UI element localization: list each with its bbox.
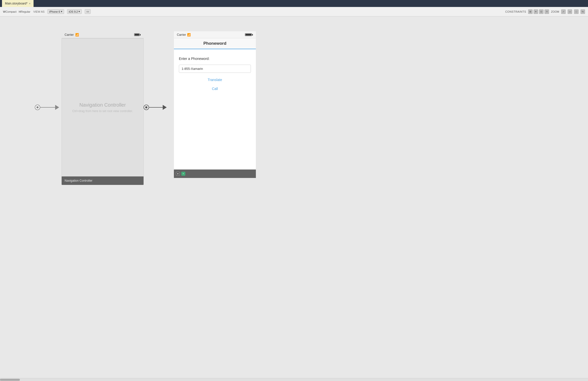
phoneword-text-field[interactable]: 1-855-Xamarin <box>179 65 251 73</box>
view-as-label: VIEW AS <box>33 10 44 13</box>
phoneword-view-controller[interactable]: Carrier 📶 Phoneword Enter a Phoneword: 1… <box>174 31 256 178</box>
close-tab-icon[interactable]: × <box>29 2 31 5</box>
segue-circle[interactable] <box>144 105 149 110</box>
nav-controller-title: Navigation Controller <box>79 102 126 108</box>
chevron-down-icon: ▾ <box>78 10 80 13</box>
toolbar: WCompact HRegular VIEW AS iPhone 6 ▾ iOS… <box>0 7 588 16</box>
segue-circle-inner <box>145 106 147 108</box>
battery-icon <box>134 33 141 36</box>
arrow-head <box>55 105 59 110</box>
remove-constraints-icon[interactable]: ✕ <box>534 9 538 14</box>
nav-controller-footer-label: Navigation Controller <box>65 179 92 182</box>
entry-arrow-left <box>35 105 59 110</box>
nav-controller-hint: Ctrl+drag from here to set root view con… <box>72 109 133 113</box>
nav-controller-footer: Navigation Controller <box>62 176 144 185</box>
ios-version-selector[interactable]: iOS 9.2 ▾ <box>67 9 82 14</box>
regular-label: Regular <box>21 10 31 13</box>
zoom-out-icon[interactable]: ▭ <box>568 9 572 14</box>
entry-point-inner <box>37 106 39 108</box>
horizontal-scrollbar[interactable] <box>0 378 588 381</box>
resolve-constraints-icon[interactable]: ⊓ <box>545 9 549 14</box>
scrollbar-thumb[interactable] <box>0 379 20 381</box>
navigation-controller-scene[interactable]: Carrier 📶 Navigation Controller Ctrl+dra… <box>62 31 144 178</box>
segue-arrow-head <box>163 105 167 110</box>
phoneword-nav-title: Phoneword <box>203 41 227 46</box>
toolbar-right: CONSTRAINTS ⊞ ✕ ⊡ ⊓ ZOOM ⤢ ▭ □ % <box>505 9 585 14</box>
phoneword-battery-icon <box>245 33 253 36</box>
storyboard-canvas: Carrier 📶 Navigation Controller Ctrl+dra… <box>0 16 588 381</box>
update-frames-icon[interactable]: ⊡ <box>539 9 544 14</box>
call-button[interactable]: Call <box>179 87 251 91</box>
tab-label: Main.storyboard* <box>5 2 28 5</box>
nav-status-bar: Carrier 📶 <box>62 31 144 38</box>
status-right <box>245 33 253 36</box>
wifi-icon: 📶 <box>75 33 79 37</box>
zoom-label: ZOOM <box>551 10 559 13</box>
phoneword-carrier: Carrier <box>177 33 186 37</box>
add-scene-icon[interactable]: + <box>181 172 185 176</box>
zoom-fit-icon[interactable]: ⤢ <box>561 9 566 14</box>
phoneword-footer: ■ + <box>174 169 256 178</box>
phoneword-nav-bar: Phoneword <box>174 38 256 49</box>
compact-label: Compact <box>5 10 16 13</box>
carrier-text: Carrier <box>65 33 74 37</box>
main-storyboard-tab[interactable]: Main.storyboard* × <box>2 0 34 7</box>
add-constraints-icon[interactable]: ⊞ <box>528 9 533 14</box>
entry-point-circle <box>35 105 40 110</box>
zoom-percent-icon[interactable]: % <box>581 9 585 14</box>
constraints-icons: ⊞ ✕ ⊡ ⊓ <box>528 9 549 14</box>
w-compact-label: WCompact HRegular <box>3 10 30 13</box>
zoom-in-icon[interactable]: □ <box>574 9 579 14</box>
orientation-button[interactable]: ▭ <box>85 9 91 14</box>
device-selector[interactable]: iPhone 6 ▾ <box>47 9 64 14</box>
translate-button[interactable]: Translate <box>179 78 251 82</box>
scene-icon: ■ <box>176 172 180 176</box>
chevron-down-icon: ▾ <box>61 10 62 13</box>
nav-controller-body: Navigation Controller Ctrl+drag from her… <box>62 38 144 176</box>
phoneword-status-bar: Carrier 📶 <box>174 31 256 38</box>
orientation-icon: ▭ <box>86 10 89 13</box>
segue-arrow <box>144 105 167 110</box>
titlebar: Main.storyboard* × <box>0 0 588 7</box>
arrow-line <box>40 107 55 108</box>
phoneword-wifi-icon: 📶 <box>187 33 191 37</box>
constraints-label: CONSTRAINTS <box>505 10 526 13</box>
enter-phoneword-label: Enter a Phoneword: <box>179 57 251 61</box>
phoneword-body: Enter a Phoneword: 1-855-Xamarin Transla… <box>174 49 256 169</box>
segue-line <box>149 107 163 108</box>
